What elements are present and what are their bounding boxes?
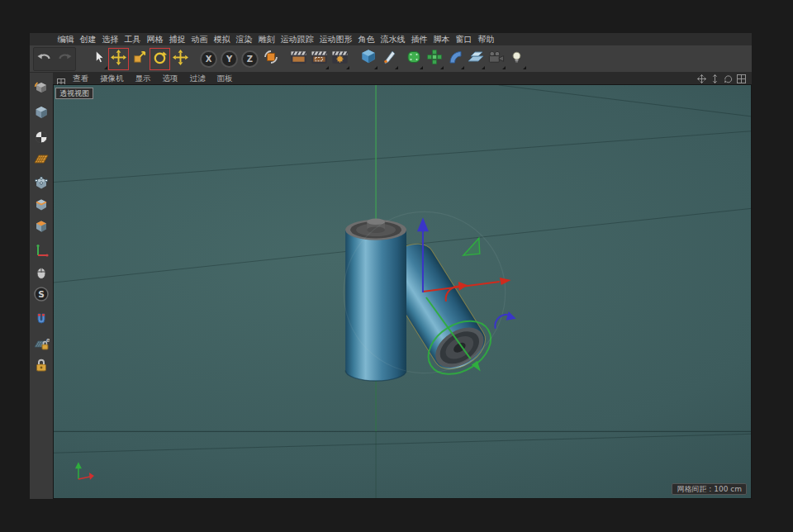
menu-select[interactable]: 选择 <box>99 33 121 45</box>
undo-icon <box>36 50 52 69</box>
workplane-grid-icon: e <box>33 335 50 352</box>
point-mode-button[interactable] <box>33 174 50 192</box>
viewport-menu-display[interactable]: 显示 <box>130 73 157 84</box>
move-tool[interactable] <box>108 48 129 70</box>
menu-mograph[interactable]: 运动图形 <box>316 33 355 45</box>
menu-mesh[interactable]: 网格 <box>144 33 166 45</box>
menu-render[interactable]: 渲染 <box>233 33 255 45</box>
axis-y-label: Y <box>226 55 232 64</box>
viewport-menu-camera[interactable]: 摄像机 <box>94 73 130 84</box>
snap-magnet-button[interactable] <box>33 310 50 327</box>
deformer-icon <box>447 49 463 69</box>
axis-indicator <box>75 462 94 480</box>
menu-snap[interactable]: 捕捉 <box>166 33 188 45</box>
spline-pen-menu[interactable] <box>378 48 399 70</box>
render-region-button[interactable] <box>309 48 330 70</box>
scale-icon <box>131 50 147 69</box>
lock-icon <box>33 357 50 373</box>
deformer-menu[interactable] <box>444 48 465 70</box>
viewport-menu-options[interactable]: 选项 <box>157 73 184 84</box>
axis-x-label: X <box>206 55 212 64</box>
workplane-mode-button[interactable] <box>33 150 50 167</box>
menu-tools[interactable]: 工具 <box>121 33 144 45</box>
menu-create[interactable]: 创建 <box>77 33 99 45</box>
light-menu[interactable] <box>506 48 527 70</box>
menu-window[interactable]: 窗口 <box>453 33 475 45</box>
point-mode-icon <box>33 175 50 192</box>
texture-mode-icon <box>33 129 50 145</box>
left-sidebar: S e <box>30 73 53 499</box>
lock-workplane-button[interactable] <box>33 356 50 373</box>
recent-tool-move[interactable] <box>170 48 191 70</box>
render-view-button[interactable] <box>288 48 309 70</box>
menu-sculpt[interactable]: 雕刻 <box>255 33 278 45</box>
viewport-solo-button[interactable] <box>33 264 50 281</box>
menu-edit[interactable]: 编辑 <box>55 33 77 45</box>
viewport-menu-icon[interactable] <box>57 74 65 83</box>
texture-mode-button[interactable] <box>33 128 50 145</box>
application-window: 编辑 创建 选择 工具 网格 捕捉 动画 模拟 渲染 雕刻 运动跟踪 运动图形 … <box>30 33 752 499</box>
toggle-layout-icon[interactable] <box>737 74 746 83</box>
enable-axis-icon <box>33 243 50 259</box>
gizmo-arrow-y[interactable] <box>417 217 429 231</box>
view-tooltip: 透视视图 <box>55 88 93 99</box>
auto-mode-button[interactable]: S <box>33 285 50 302</box>
dolly-view-icon[interactable] <box>710 74 719 83</box>
redo-button[interactable] <box>55 48 75 70</box>
axis-z-lock[interactable]: Z <box>241 50 259 68</box>
camera-menu[interactable] <box>486 48 506 70</box>
viewport-menubar: 查看 摄像机 显示 选项 过滤 面板 <box>53 73 752 84</box>
rotate-tool[interactable] <box>150 48 170 70</box>
menu-motion-tracker[interactable]: 运动跟踪 <box>278 33 316 45</box>
axis-x-lock[interactable]: X <box>200 50 217 68</box>
rotate-handle-green[interactable] <box>463 238 480 255</box>
viewport-menu-panel[interactable]: 面板 <box>211 73 239 84</box>
edge-mode-button[interactable] <box>33 196 50 213</box>
primitive-cube-menu[interactable] <box>358 48 378 70</box>
menu-plugins[interactable]: 插件 <box>408 33 430 45</box>
menu-animate[interactable]: 动画 <box>188 33 211 45</box>
make-editable-button[interactable] <box>33 78 50 96</box>
auto-mode-icon: S <box>33 286 50 302</box>
render-settings-button[interactable] <box>330 48 350 70</box>
enable-axis-button[interactable] <box>33 242 50 259</box>
perspective-viewport[interactable]: 透视视图 网格间距 : 100 cm <box>53 84 752 499</box>
axis-y-lock[interactable]: Y <box>221 50 238 68</box>
render-region-icon <box>311 50 328 69</box>
coordinate-system-icon <box>263 49 279 69</box>
menu-simulate[interactable]: 模拟 <box>211 33 233 45</box>
workplane-grid-button[interactable]: e <box>33 335 50 352</box>
rotate-handle-blue-arrow[interactable] <box>506 311 516 321</box>
grid-spacing-badge: 网格间距 : 100 cm <box>672 483 747 495</box>
rotate-icon <box>152 50 168 69</box>
light-icon <box>509 50 525 69</box>
scale-tool[interactable] <box>129 48 150 70</box>
render-settings-icon <box>331 50 349 69</box>
toolbar: X Y Z <box>30 45 752 73</box>
live-selection-tool[interactable] <box>88 48 108 70</box>
pan-view-icon[interactable] <box>697 74 706 83</box>
viewport-canvas[interactable] <box>54 85 751 498</box>
undo-button[interactable] <box>34 48 55 70</box>
e-badge-label: e <box>46 337 50 344</box>
menu-help[interactable]: 帮助 <box>475 33 497 45</box>
viewport-menu-view[interactable]: 查看 <box>67 73 94 84</box>
model-mode-button[interactable] <box>33 103 50 121</box>
menu-pipeline[interactable]: 流水线 <box>378 33 408 45</box>
cloner-icon <box>426 49 443 69</box>
coordinate-system-toggle[interactable] <box>260 48 281 70</box>
axis-z-label: Z <box>247 55 253 64</box>
menu-character[interactable]: 角色 <box>355 33 378 45</box>
floor-menu[interactable] <box>465 48 486 70</box>
cloner-menu[interactable] <box>424 48 444 70</box>
viewport-menu-filter[interactable]: 过滤 <box>184 73 211 84</box>
edge-mode-icon <box>33 197 50 213</box>
rotate-view-icon[interactable] <box>724 74 733 83</box>
menu-script[interactable]: 脚本 <box>430 33 453 45</box>
model-mode-icon <box>33 104 50 121</box>
make-editable-icon <box>33 79 50 96</box>
polygon-mode-button[interactable] <box>33 217 50 235</box>
subdivision-surface-menu[interactable] <box>403 48 424 70</box>
magnet-icon <box>33 311 50 327</box>
render-view-icon <box>290 50 307 69</box>
